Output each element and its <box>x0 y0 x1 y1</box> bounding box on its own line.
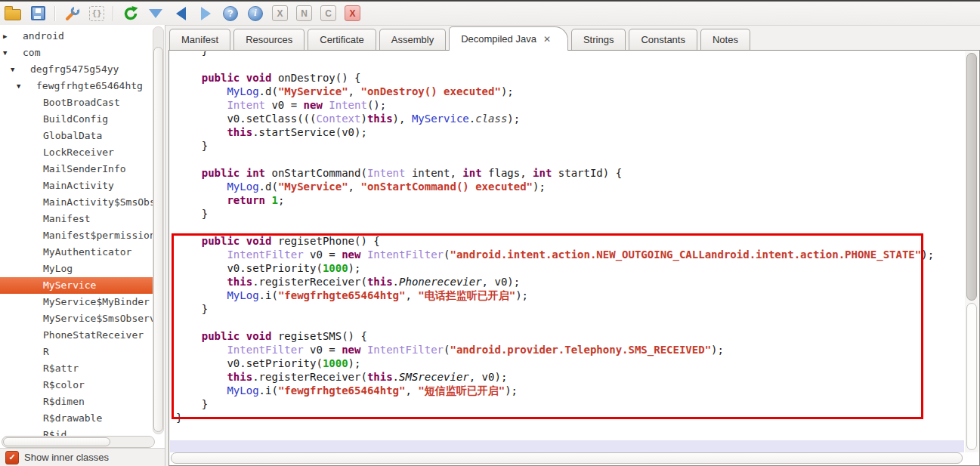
tree-item[interactable]: ▶android <box>0 28 153 45</box>
tree-item[interactable]: MyService$MyBinder <box>0 294 153 310</box>
back-button[interactable] <box>172 5 189 22</box>
tree-item[interactable]: ▼com <box>0 45 153 61</box>
code-line: v0.setClass(((Context)this), MyService.c… <box>176 112 964 125</box>
tree-item-label: MainActivity$SmsObs <box>43 196 153 208</box>
tree-item[interactable]: ▼fewgfrhgte65464htg <box>0 78 153 94</box>
tree-expanded-arrow-icon[interactable]: ▼ <box>3 45 7 61</box>
annotation-highlight-box <box>172 233 923 419</box>
tree-item[interactable]: R$dimen <box>0 393 153 410</box>
tree-item[interactable]: MyService <box>0 277 153 294</box>
tree-item-label: MyService$SmsObserv <box>43 313 153 324</box>
save-button[interactable] <box>29 5 46 22</box>
tree-item-label: degfrg5475g54yy <box>30 63 119 75</box>
tab-assembly[interactable]: Assembly <box>379 29 446 50</box>
editor-vertical-scrollbar-thumb[interactable] <box>966 53 977 301</box>
tree-item-label: MailSenderInfo <box>43 163 126 174</box>
code-line: Intent v0 = new Intent(); <box>176 98 964 112</box>
tree-item-label: MainActivity <box>43 180 114 191</box>
tree-item-label: R$dimen <box>43 396 85 407</box>
tree-options-bar: ✓ Show inner classes <box>0 448 165 466</box>
back-arrow-icon <box>176 7 186 20</box>
tab-label: Strings <box>583 34 614 45</box>
tree-item-label: PhoneStatReceiver <box>43 329 144 341</box>
tree-item[interactable]: R$drawable <box>0 410 153 427</box>
tree-item[interactable]: MainActivity <box>0 177 153 194</box>
tab-manifest[interactable]: Manifest <box>169 29 230 50</box>
c-button[interactable]: C <box>320 5 336 21</box>
tab-strings[interactable]: Strings <box>571 29 626 50</box>
tree-item[interactable]: Manifest$permission <box>0 227 153 244</box>
braces-button[interactable]: {} <box>89 6 104 21</box>
code-line: public void onDestroy() { <box>176 71 964 85</box>
tree-horizontal-scrollbar-thumb[interactable] <box>3 437 110 446</box>
code-line: return 1; <box>176 193 964 207</box>
editor-vertical-scrollbar-track[interactable] <box>966 303 977 450</box>
tree-item[interactable]: PhoneStatReceiver <box>0 327 153 344</box>
save-icon <box>31 6 45 20</box>
editor-vertical-scrollbar[interactable] <box>965 51 978 452</box>
tree-item-label: MyAuthenticator <box>43 246 131 258</box>
open-file-button[interactable] <box>5 5 21 22</box>
tree-item-label: R$color <box>43 379 85 390</box>
tab-bar: ManifestResourcesCertificateAssemblyDeco… <box>168 25 980 50</box>
tree-item[interactable]: MyAuthenticator <box>0 244 153 261</box>
tree-item[interactable]: LockReceiver <box>0 144 153 161</box>
tree-item[interactable]: ▼degfrg5475g54yy <box>0 61 153 78</box>
tree-item-label: R$attr <box>43 363 79 374</box>
info-button[interactable]: i <box>247 5 264 22</box>
forward-button[interactable] <box>197 5 214 22</box>
tree-item[interactable]: GlobalData <box>0 128 153 144</box>
editor-horizontal-scrollbar[interactable] <box>171 452 963 464</box>
tree-item[interactable]: BuildConfig <box>0 111 153 128</box>
close-x-button[interactable]: X <box>345 5 360 21</box>
tools-button[interactable] <box>64 5 81 22</box>
tree-expanded-arrow-icon[interactable]: ▼ <box>11 61 14 78</box>
tree-item[interactable]: R$color <box>0 377 153 393</box>
info-icon: i <box>248 6 263 21</box>
tree-item[interactable]: BootBroadCast <box>0 94 153 111</box>
tree-item-label: R$id <box>43 429 66 436</box>
tree-item[interactable]: R <box>0 344 153 360</box>
tree-item-label: Manifest$permission <box>43 230 153 241</box>
forward-arrow-icon <box>201 7 211 20</box>
tree-item[interactable]: MyService$SmsObserv <box>0 310 153 327</box>
show-inner-classes-checkbox[interactable]: ✓ <box>5 451 19 464</box>
tree-item-label: R <box>43 346 49 357</box>
code-editor[interactable]: } public void onDestroy() { MyLog.d("MyS… <box>168 50 980 466</box>
tab-resources[interactable]: Resources <box>233 29 305 50</box>
refresh-button[interactable] <box>122 5 139 22</box>
tree-item-label: com <box>23 47 40 58</box>
tree-item-label: BootBroadCast <box>43 97 120 108</box>
tree-item[interactable]: MyLog <box>0 261 153 277</box>
tree-item[interactable]: MainActivity$SmsObs <box>0 194 153 211</box>
tree-item[interactable]: MailSenderInfo <box>0 161 153 177</box>
n-button[interactable]: N <box>296 5 312 21</box>
tab-constants[interactable]: Constants <box>629 29 697 50</box>
expand-all-button[interactable] <box>147 5 164 22</box>
tree-item[interactable]: R$id <box>0 427 153 436</box>
toolbar: {} ? i X N C X <box>0 2 980 26</box>
code-line: MyLog.d("MyService", "onStartCommand() e… <box>176 180 964 193</box>
tree-item-label: R$drawable <box>43 412 102 424</box>
code-line: } <box>176 207 964 221</box>
x-button[interactable]: X <box>272 5 288 21</box>
folder-icon <box>5 9 21 20</box>
tree-expanded-arrow-icon[interactable]: ▼ <box>17 78 20 94</box>
tree-item-label: GlobalData <box>43 130 102 141</box>
tab-certificate[interactable]: Certificate <box>308 29 376 50</box>
help-button[interactable]: ? <box>222 5 239 22</box>
tree-item[interactable]: Manifest <box>0 211 153 227</box>
tree-horizontal-scrollbar[interactable] <box>2 436 155 448</box>
tab-close-icon[interactable]: ✕ <box>543 34 551 45</box>
tab-label: Assembly <box>391 34 434 45</box>
tree-vertical-scrollbar-thumb[interactable] <box>153 47 163 432</box>
sidebar: ▶android▼com▼degfrg5475g54yy▼fewgfrhgte6… <box>0 25 165 466</box>
tab-label: Decompiled Java <box>461 33 536 45</box>
code-line: MyLog.d("MyService", "onDestroy() execut… <box>176 85 964 98</box>
tree-item[interactable]: R$attr <box>0 360 153 377</box>
tab-notes[interactable]: Notes <box>700 29 750 50</box>
tree-vertical-scrollbar[interactable] <box>153 26 164 434</box>
tab-decompiled-java[interactable]: Decompiled Java✕ <box>449 26 568 51</box>
tab-label: Certificate <box>320 34 364 45</box>
tree-collapsed-arrow-icon[interactable]: ▶ <box>3 28 7 45</box>
